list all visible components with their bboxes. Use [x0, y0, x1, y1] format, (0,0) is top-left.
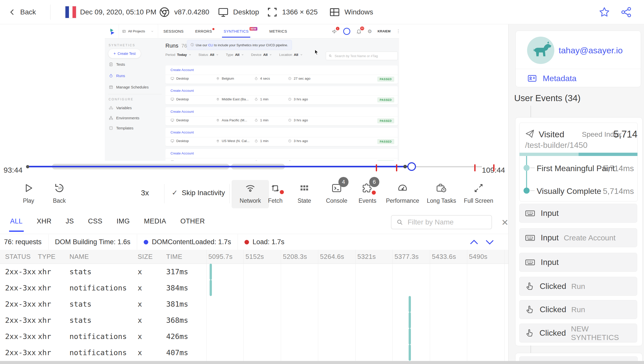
tab-errors[interactable]: ERRORS	[195, 29, 212, 33]
user-event-item[interactable]: Input	[519, 253, 637, 272]
event-value: Create Account	[564, 234, 615, 242]
test-name-link[interactable]: Create Account	[170, 151, 194, 155]
replay-viewport[interactable]: All Projects SESSIONS ERRORS SYNTHETICS …	[0, 24, 508, 161]
filter-box[interactable]	[391, 215, 492, 229]
events-panel-button[interactable]: 6 Events	[349, 181, 386, 204]
stopwatch-icon	[254, 77, 258, 80]
test-name-link[interactable]: Create Account	[170, 130, 194, 134]
tab-other[interactable]: OTHER	[180, 217, 205, 232]
tab-synthetics[interactable]: SYNTHETICS NEW	[224, 29, 249, 33]
create-test-button[interactable]: + Create Test	[108, 49, 141, 58]
divider	[164, 184, 164, 203]
announcements-button[interactable]: 1	[332, 28, 338, 34]
sidebar-item-tests[interactable]: Tests	[109, 62, 125, 66]
user-email[interactable]: tahay@asayer.io	[559, 46, 623, 55]
speed-index-value: 5,714	[613, 129, 637, 140]
performance-panel-button[interactable]: Performance	[384, 181, 422, 204]
request-row[interactable]: 2xx-3xx xhr notifications x 407ms	[0, 345, 508, 361]
run-duration: 1 min	[254, 118, 268, 122]
run-card[interactable]: Create Account Desktop Canada (Central) …	[165, 149, 398, 161]
metadata-button[interactable]: Metadata	[527, 73, 576, 83]
user-event-item[interactable]: Input Create Account	[519, 228, 637, 247]
user-event-item[interactable]: Clicked Run	[519, 277, 637, 296]
sidebar-item-templates[interactable]: Templates	[109, 126, 133, 130]
notifications-button[interactable]: 33	[356, 28, 362, 34]
visited-event-card[interactable]: Visited Speed Index 5,714 /test-builder/…	[519, 123, 638, 201]
sidebar-item-manage-schedules[interactable]: Manage Schedules	[109, 85, 148, 89]
filter-input[interactable]	[407, 218, 484, 226]
request-row[interactable]: 2xx-3xx xhr stats x 317ms	[0, 264, 508, 280]
project-selector[interactable]: All Projects	[119, 24, 158, 38]
col-size[interactable]: SIZE	[138, 250, 153, 264]
col-time[interactable]: TIME	[166, 250, 182, 264]
request-row[interactable]: 2xx-3xx xhr stats x 368ms	[0, 312, 508, 328]
status-badge: PASSED	[377, 118, 394, 123]
filter-status[interactable]: StatusAll	[199, 53, 219, 57]
filter-period[interactable]: PeriodToday	[165, 53, 191, 57]
error-marker[interactable]	[474, 164, 476, 171]
filter-type[interactable]: TypeAll	[226, 53, 244, 57]
kebab-menu-icon[interactable]: ⋮	[396, 29, 399, 34]
test-search-box[interactable]	[326, 52, 398, 60]
user-event-item[interactable]: Clicked Run	[519, 300, 637, 319]
dom-building-time: DOM Building Time: 1.6s	[55, 238, 131, 246]
sidebar-item-variables[interactable]: Variables	[109, 106, 132, 110]
col-name[interactable]: NAME	[69, 250, 89, 264]
user-event-item-partial[interactable]	[519, 356, 638, 361]
tab-sessions[interactable]: SESSIONS	[163, 29, 184, 33]
tab-js[interactable]: JS	[66, 217, 74, 232]
run-card[interactable]: Create Account Desktop Belgium 4 secs 27…	[165, 65, 398, 84]
gear-icon[interactable]: ⚙	[367, 28, 372, 34]
test-name-link[interactable]: Create Account	[170, 110, 194, 113]
tab-img[interactable]: IMG	[117, 217, 130, 232]
long-tasks-panel-button[interactable]: Long Tasks	[423, 181, 460, 204]
filter-device[interactable]: DeviceAll	[251, 53, 272, 57]
test-search-input[interactable]	[334, 54, 393, 58]
run-card[interactable]: Create Account Desktop Asia Pacific (M..…	[165, 107, 398, 125]
run-duration: 1 min	[254, 97, 268, 101]
request-name: stats	[69, 264, 91, 280]
info-icon: ⓘ	[191, 43, 194, 47]
speed-toggle[interactable]: 3x	[141, 189, 149, 197]
share-button[interactable]	[620, 0, 633, 24]
tab-all[interactable]: ALL	[10, 217, 23, 232]
test-name-link[interactable]: Create Account	[170, 68, 194, 72]
sort-down-icon[interactable]	[484, 239, 495, 246]
user-event-item[interactable]: Input	[519, 204, 637, 223]
col-status[interactable]: STATUS	[5, 250, 31, 264]
sidebar-item-environments[interactable]: Environments	[109, 116, 139, 120]
filter-location[interactable]: LocationAll	[279, 53, 303, 57]
request-row[interactable]: 2xx-3xx xhr notifications x 426ms	[0, 328, 508, 345]
tab-media[interactable]: MEDIA	[144, 217, 166, 232]
sort-up-icon[interactable]	[468, 239, 480, 246]
error-marker[interactable]	[493, 164, 494, 171]
device-label: Desktop	[233, 8, 259, 16]
request-row[interactable]: 2xx-3xx xhr notifications x 384ms	[0, 280, 508, 296]
session-info-sidebar: tahay@asayer.io Metadata User Events (34…	[508, 24, 644, 361]
tab-xhr[interactable]: XHR	[37, 217, 52, 232]
test-name-link[interactable]: Create Account	[170, 89, 194, 93]
sidebar-item-runs[interactable]: Runs	[109, 74, 125, 78]
playhead-handle[interactable]	[407, 162, 416, 171]
full-screen-button[interactable]: Full Screen	[460, 181, 498, 204]
run-card[interactable]: Create Account Desktop US West (N. Cal..…	[165, 128, 398, 146]
time-tick: 5208.3s	[283, 250, 307, 264]
user-menu[interactable]: KRAIEM	[378, 29, 390, 33]
favorite-button[interactable]	[598, 0, 611, 24]
play-icon	[23, 183, 34, 194]
user-events-title: User Events (34)	[514, 93, 581, 103]
skip-inactivity-toggle[interactable]: ✓ Skip Inactivity	[172, 189, 225, 197]
close-panel-icon[interactable]: ✕	[501, 217, 509, 228]
request-row[interactable]: 2xx-3xx xhr stats x 381ms	[0, 296, 508, 312]
col-type[interactable]: TYPE	[38, 250, 56, 264]
recorded-app: All Projects SESSIONS ERRORS SYNTHETICS …	[105, 24, 399, 161]
error-marker[interactable]	[376, 164, 377, 171]
tab-css[interactable]: CSS	[88, 217, 103, 232]
tab-metrics[interactable]: METRICS	[269, 29, 287, 33]
run-card[interactable]: Create Account Desktop Middle East (Ba..…	[165, 86, 398, 104]
back-10s-button[interactable]: 10 Back	[40, 181, 78, 204]
error-marker[interactable]	[396, 164, 397, 171]
user-event-item[interactable]: Clicked NEW SYNTHETICS	[519, 324, 637, 343]
cli-link[interactable]: CLI	[208, 43, 213, 47]
back-button[interactable]: Back	[9, 0, 36, 24]
